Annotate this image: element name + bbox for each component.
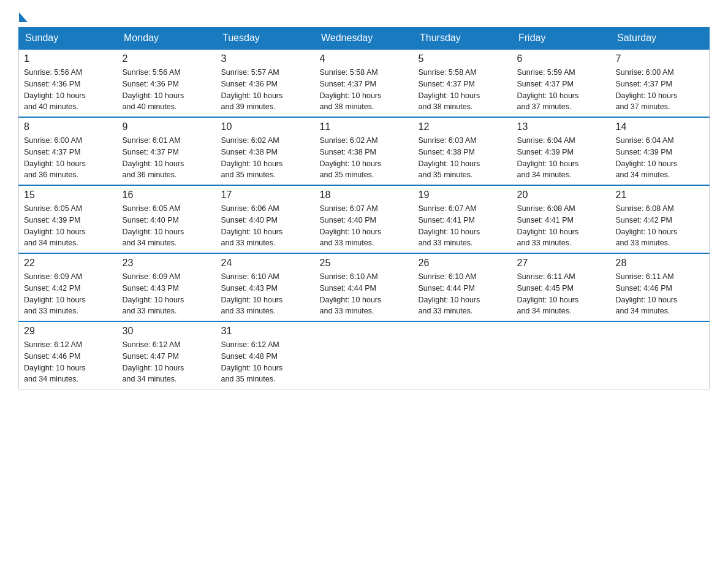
day-info: Sunrise: 6:08 AM Sunset: 4:42 PM Dayligh… bbox=[616, 203, 705, 249]
calendar-cell: 21Sunrise: 6:08 AM Sunset: 4:42 PM Dayli… bbox=[611, 185, 710, 253]
calendar-cell: 9Sunrise: 6:01 AM Sunset: 4:37 PM Daylig… bbox=[118, 117, 216, 185]
calendar-cell: 8Sunrise: 6:00 AM Sunset: 4:37 PM Daylig… bbox=[19, 117, 118, 185]
day-number: 3 bbox=[221, 53, 310, 64]
calendar-cell: 3Sunrise: 5:57 AM Sunset: 4:36 PM Daylig… bbox=[216, 49, 315, 117]
weekday-header-thursday: Thursday bbox=[414, 28, 512, 50]
calendar-cell: 17Sunrise: 6:06 AM Sunset: 4:40 PM Dayli… bbox=[216, 185, 315, 253]
day-info: Sunrise: 6:10 AM Sunset: 4:44 PM Dayligh… bbox=[419, 271, 507, 317]
day-info: Sunrise: 6:03 AM Sunset: 4:38 PM Dayligh… bbox=[419, 135, 507, 181]
day-info: Sunrise: 6:10 AM Sunset: 4:43 PM Dayligh… bbox=[221, 271, 310, 317]
day-info: Sunrise: 6:00 AM Sunset: 4:37 PM Dayligh… bbox=[24, 135, 113, 181]
weekday-header-row: SundayMondayTuesdayWednesdayThursdayFrid… bbox=[19, 28, 710, 50]
day-info: Sunrise: 6:09 AM Sunset: 4:42 PM Dayligh… bbox=[24, 271, 113, 317]
day-number: 16 bbox=[123, 190, 211, 201]
calendar-cell: 29Sunrise: 6:12 AM Sunset: 4:46 PM Dayli… bbox=[19, 321, 118, 389]
calendar-cell: 24Sunrise: 6:10 AM Sunset: 4:43 PM Dayli… bbox=[216, 253, 315, 321]
weekday-header-tuesday: Tuesday bbox=[216, 28, 315, 50]
calendar-week-row: 8Sunrise: 6:00 AM Sunset: 4:37 PM Daylig… bbox=[19, 117, 710, 185]
calendar-cell: 27Sunrise: 6:11 AM Sunset: 4:45 PM Dayli… bbox=[512, 253, 611, 321]
day-info: Sunrise: 6:00 AM Sunset: 4:37 PM Dayligh… bbox=[616, 67, 705, 113]
day-number: 1 bbox=[24, 53, 113, 64]
calendar-week-row: 15Sunrise: 6:05 AM Sunset: 4:39 PM Dayli… bbox=[19, 185, 710, 253]
calendar-cell: 11Sunrise: 6:02 AM Sunset: 4:38 PM Dayli… bbox=[315, 117, 414, 185]
calendar-table: SundayMondayTuesdayWednesdayThursdayFrid… bbox=[18, 27, 710, 389]
calendar-cell: 18Sunrise: 6:07 AM Sunset: 4:40 PM Dayli… bbox=[315, 185, 414, 253]
day-info: Sunrise: 6:02 AM Sunset: 4:38 PM Dayligh… bbox=[320, 135, 409, 181]
day-number: 12 bbox=[419, 121, 507, 132]
weekday-header-wednesday: Wednesday bbox=[315, 28, 414, 50]
day-info: Sunrise: 6:05 AM Sunset: 4:40 PM Dayligh… bbox=[123, 203, 211, 249]
day-info: Sunrise: 6:08 AM Sunset: 4:41 PM Dayligh… bbox=[517, 203, 606, 249]
day-info: Sunrise: 6:11 AM Sunset: 4:46 PM Dayligh… bbox=[616, 271, 705, 317]
calendar-cell bbox=[611, 321, 710, 389]
day-info: Sunrise: 6:04 AM Sunset: 4:39 PM Dayligh… bbox=[616, 135, 705, 181]
day-info: Sunrise: 6:07 AM Sunset: 4:41 PM Dayligh… bbox=[419, 203, 507, 249]
calendar-cell bbox=[512, 321, 611, 389]
weekday-header-friday: Friday bbox=[512, 28, 611, 50]
calendar-cell: 14Sunrise: 6:04 AM Sunset: 4:39 PM Dayli… bbox=[611, 117, 710, 185]
calendar-cell: 26Sunrise: 6:10 AM Sunset: 4:44 PM Dayli… bbox=[414, 253, 512, 321]
calendar-cell: 28Sunrise: 6:11 AM Sunset: 4:46 PM Dayli… bbox=[611, 253, 710, 321]
day-info: Sunrise: 6:09 AM Sunset: 4:43 PM Dayligh… bbox=[123, 271, 211, 317]
weekday-header-monday: Monday bbox=[118, 28, 216, 50]
day-number: 25 bbox=[320, 258, 409, 269]
day-info: Sunrise: 6:11 AM Sunset: 4:45 PM Dayligh… bbox=[517, 271, 606, 317]
day-number: 4 bbox=[320, 53, 409, 64]
day-number: 17 bbox=[221, 190, 310, 201]
calendar-cell: 13Sunrise: 6:04 AM Sunset: 4:39 PM Dayli… bbox=[512, 117, 611, 185]
calendar-cell: 2Sunrise: 5:56 AM Sunset: 4:36 PM Daylig… bbox=[118, 49, 216, 117]
day-info: Sunrise: 6:05 AM Sunset: 4:39 PM Dayligh… bbox=[24, 203, 113, 249]
calendar-cell: 20Sunrise: 6:08 AM Sunset: 4:41 PM Dayli… bbox=[512, 185, 611, 253]
calendar-week-row: 22Sunrise: 6:09 AM Sunset: 4:42 PM Dayli… bbox=[19, 253, 710, 321]
calendar-cell: 31Sunrise: 6:12 AM Sunset: 4:48 PM Dayli… bbox=[216, 321, 315, 389]
calendar-cell: 16Sunrise: 6:05 AM Sunset: 4:40 PM Dayli… bbox=[118, 185, 216, 253]
day-info: Sunrise: 6:12 AM Sunset: 4:48 PM Dayligh… bbox=[221, 339, 310, 385]
day-number: 24 bbox=[221, 258, 310, 269]
day-number: 22 bbox=[24, 258, 113, 269]
day-info: Sunrise: 6:02 AM Sunset: 4:38 PM Dayligh… bbox=[221, 135, 310, 181]
calendar-cell: 12Sunrise: 6:03 AM Sunset: 4:38 PM Dayli… bbox=[414, 117, 512, 185]
calendar-cell: 19Sunrise: 6:07 AM Sunset: 4:41 PM Dayli… bbox=[414, 185, 512, 253]
calendar-week-row: 29Sunrise: 6:12 AM Sunset: 4:46 PM Dayli… bbox=[19, 321, 710, 389]
calendar-cell bbox=[414, 321, 512, 389]
day-number: 10 bbox=[221, 121, 310, 132]
calendar-cell: 25Sunrise: 6:10 AM Sunset: 4:44 PM Dayli… bbox=[315, 253, 414, 321]
day-info: Sunrise: 6:12 AM Sunset: 4:46 PM Dayligh… bbox=[24, 339, 113, 385]
day-number: 6 bbox=[517, 53, 606, 64]
day-number: 18 bbox=[320, 190, 409, 201]
day-info: Sunrise: 5:58 AM Sunset: 4:37 PM Dayligh… bbox=[320, 67, 409, 113]
calendar-cell: 5Sunrise: 5:58 AM Sunset: 4:37 PM Daylig… bbox=[414, 49, 512, 117]
day-number: 19 bbox=[419, 190, 507, 201]
day-info: Sunrise: 5:57 AM Sunset: 4:36 PM Dayligh… bbox=[221, 67, 310, 113]
calendar-cell: 22Sunrise: 6:09 AM Sunset: 4:42 PM Dayli… bbox=[19, 253, 118, 321]
calendar-cell: 4Sunrise: 5:58 AM Sunset: 4:37 PM Daylig… bbox=[315, 49, 414, 117]
day-info: Sunrise: 5:59 AM Sunset: 4:37 PM Dayligh… bbox=[517, 67, 606, 113]
day-info: Sunrise: 6:07 AM Sunset: 4:40 PM Dayligh… bbox=[320, 203, 409, 249]
day-number: 31 bbox=[221, 326, 310, 337]
calendar-cell: 1Sunrise: 5:56 AM Sunset: 4:36 PM Daylig… bbox=[19, 49, 118, 117]
day-number: 29 bbox=[24, 326, 113, 337]
calendar-cell bbox=[315, 321, 414, 389]
page-header bbox=[18, 12, 710, 21]
day-info: Sunrise: 6:04 AM Sunset: 4:39 PM Dayligh… bbox=[517, 135, 606, 181]
calendar-cell: 6Sunrise: 5:59 AM Sunset: 4:37 PM Daylig… bbox=[512, 49, 611, 117]
weekday-header-sunday: Sunday bbox=[19, 28, 118, 50]
day-number: 15 bbox=[24, 190, 113, 201]
day-number: 21 bbox=[616, 190, 705, 201]
day-number: 8 bbox=[24, 121, 113, 132]
day-info: Sunrise: 6:06 AM Sunset: 4:40 PM Dayligh… bbox=[221, 203, 310, 249]
day-number: 26 bbox=[419, 258, 507, 269]
day-number: 30 bbox=[123, 326, 211, 337]
logo bbox=[18, 12, 28, 21]
calendar-cell: 30Sunrise: 6:12 AM Sunset: 4:47 PM Dayli… bbox=[118, 321, 216, 389]
day-info: Sunrise: 5:56 AM Sunset: 4:36 PM Dayligh… bbox=[24, 67, 113, 113]
calendar-cell: 10Sunrise: 6:02 AM Sunset: 4:38 PM Dayli… bbox=[216, 117, 315, 185]
day-info: Sunrise: 6:01 AM Sunset: 4:37 PM Dayligh… bbox=[123, 135, 211, 181]
day-info: Sunrise: 6:10 AM Sunset: 4:44 PM Dayligh… bbox=[320, 271, 409, 317]
day-number: 9 bbox=[123, 121, 211, 132]
day-info: Sunrise: 6:12 AM Sunset: 4:47 PM Dayligh… bbox=[123, 339, 211, 385]
day-number: 5 bbox=[419, 53, 507, 64]
calendar-cell: 23Sunrise: 6:09 AM Sunset: 4:43 PM Dayli… bbox=[118, 253, 216, 321]
day-info: Sunrise: 5:58 AM Sunset: 4:37 PM Dayligh… bbox=[419, 67, 507, 113]
day-number: 23 bbox=[123, 258, 211, 269]
